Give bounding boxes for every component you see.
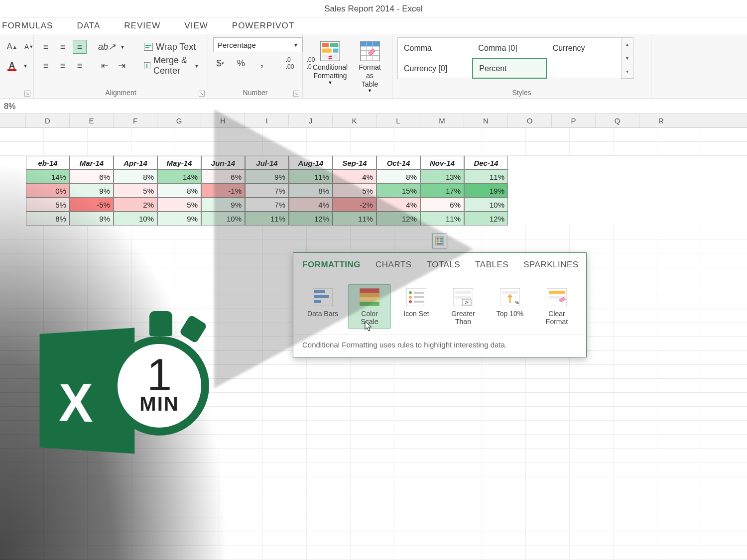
data-cell[interactable]: 11% — [245, 212, 289, 225]
percent-format-button[interactable]: % — [234, 56, 248, 70]
styles-scroll-down[interactable]: ▼ — [622, 51, 633, 65]
data-cell[interactable]: 5% — [157, 198, 201, 212]
data-cell[interactable]: 4% — [289, 198, 333, 212]
data-cell[interactable]: 12% — [289, 212, 333, 225]
data-cell[interactable]: 4% — [333, 170, 376, 184]
data-cell[interactable]: 6% — [420, 198, 464, 212]
align-right-button[interactable]: ≡ — [73, 59, 87, 73]
column-headers[interactable]: DEFGHIJKLMNOPQR — [0, 114, 747, 128]
data-cell[interactable]: 8% — [26, 212, 70, 225]
tab-view[interactable]: VIEW — [184, 21, 208, 31]
data-cell[interactable]: 9% — [70, 184, 114, 198]
increase-indent-button[interactable]: ⇥ — [115, 59, 128, 73]
data-cell[interactable]: 13% — [420, 170, 464, 184]
data-cell[interactable]: 6% — [201, 170, 245, 184]
data-cell[interactable]: 14% — [26, 170, 70, 184]
data-cell[interactable]: 8% — [157, 184, 201, 198]
data-cell[interactable]: 19% — [464, 184, 508, 198]
align-bottom-button[interactable]: ≡ — [73, 40, 87, 54]
month-header[interactable]: Sep-14 — [333, 156, 376, 170]
data-cell[interactable]: 6% — [70, 170, 114, 184]
font-color-button[interactable]: A — [5, 59, 19, 73]
qa-option-iconset[interactable]: Icon Set — [395, 284, 438, 329]
font-dialog-launcher[interactable] — [24, 91, 30, 97]
data-cell[interactable]: 12% — [376, 212, 420, 225]
data-cell[interactable]: 10% — [464, 198, 508, 212]
data-cell[interactable]: 7% — [245, 184, 289, 198]
qa-tab-formatting[interactable]: FORMATTING — [302, 260, 361, 275]
data-cell[interactable]: -5% — [70, 198, 114, 212]
col-header[interactable]: R — [639, 114, 683, 127]
data-cell[interactable]: 11% — [289, 170, 333, 184]
tab-formulas[interactable]: FORMULAS — [2, 21, 53, 31]
data-cell[interactable]: 8% — [289, 184, 333, 198]
col-header[interactable]: P — [552, 114, 596, 127]
data-cell[interactable]: 9% — [201, 198, 245, 212]
month-header[interactable]: Apr-14 — [114, 156, 157, 170]
style-currency[interactable]: Currency — [547, 38, 621, 58]
col-header[interactable]: F — [114, 114, 157, 127]
align-left-button[interactable]: ≡ — [39, 59, 53, 73]
quick-analysis-button[interactable] — [432, 233, 447, 248]
tab-data[interactable]: DATA — [77, 21, 100, 31]
data-cell[interactable]: 10% — [201, 212, 245, 225]
qa-option-databars[interactable]: Data Bars — [301, 284, 344, 329]
col-header[interactable]: H — [201, 114, 245, 127]
data-cell[interactable]: 0% — [26, 184, 70, 198]
accounting-format-button[interactable]: $ ▾ — [213, 56, 227, 70]
month-header[interactable]: eb-14 — [26, 156, 70, 170]
tab-review[interactable]: REVIEW — [124, 21, 160, 31]
month-header[interactable]: Jul-14 — [245, 156, 289, 170]
qa-option-greater[interactable]: >Greater Than — [442, 284, 485, 329]
data-cell[interactable]: 8% — [376, 170, 420, 184]
decrease-indent-button[interactable]: ⇤ — [98, 59, 112, 73]
orientation-dropdown[interactable]: ▼ — [119, 40, 126, 54]
data-cell[interactable]: 9% — [157, 212, 201, 225]
styles-more[interactable]: ▾ — [622, 65, 633, 79]
style-currency0[interactable]: Currency [0] — [398, 58, 472, 79]
data-cell[interactable]: -1% — [201, 184, 245, 198]
col-header[interactable]: J — [289, 114, 333, 127]
data-cell[interactable]: 14% — [157, 170, 201, 184]
conditional-formatting-button[interactable]: ≠ Conditional Formatting ▼ — [308, 38, 353, 87]
cell-styles-gallery[interactable]: Comma Comma [0] Currency Currency [0] Pe… — [397, 37, 622, 79]
number-format-dropdown[interactable]: Percentage▼ — [213, 37, 303, 52]
qa-tab-charts[interactable]: CHARTS — [375, 260, 412, 275]
wrap-text-button[interactable]: Wrap Text — [140, 40, 199, 54]
style-comma0[interactable]: Comma [0] — [472, 38, 546, 58]
data-cell[interactable]: 5% — [26, 198, 70, 212]
data-cell[interactable]: 11% — [333, 212, 376, 225]
col-header[interactable]: M — [420, 114, 464, 127]
month-header[interactable]: Oct-14 — [376, 156, 420, 170]
alignment-dialog-launcher[interactable] — [199, 91, 205, 97]
data-cell[interactable]: 5% — [333, 184, 376, 198]
style-percent[interactable]: Percent — [472, 58, 546, 79]
month-header[interactable]: Mar-14 — [70, 156, 114, 170]
align-middle-button[interactable]: ≡ — [56, 40, 70, 54]
data-cell[interactable]: 7% — [245, 198, 289, 212]
qa-tab-totals[interactable]: TOTALS — [427, 260, 461, 275]
col-header[interactable]: I — [245, 114, 289, 127]
data-cell[interactable]: 4% — [376, 198, 420, 212]
col-header[interactable]: K — [333, 114, 376, 127]
comma-format-button[interactable]: , — [255, 56, 269, 70]
qa-option-colorscale[interactable]: Color Scale — [348, 284, 391, 329]
qa-option-top10[interactable]: %Top 10% — [489, 284, 531, 329]
month-header[interactable]: Jun-14 — [201, 156, 245, 170]
data-cell[interactable]: 17% — [420, 184, 464, 198]
data-cell[interactable]: 8% — [114, 170, 157, 184]
font-color-dropdown[interactable]: ▼ — [22, 59, 29, 73]
format-as-table-button[interactable]: Format as Table ▼ — [353, 38, 387, 95]
col-header[interactable]: G — [157, 114, 201, 127]
data-cell[interactable]: 10% — [114, 212, 157, 225]
col-header[interactable]: N — [464, 114, 508, 127]
tab-powerpivot[interactable]: POWERPIVOT — [232, 21, 294, 31]
col-header[interactable]: L — [376, 114, 420, 127]
col-header[interactable]: E — [70, 114, 114, 127]
styles-scroll-up[interactable]: ▲ — [622, 38, 633, 51]
data-cell[interactable]: 2% — [114, 198, 157, 212]
qa-tab-sparklines[interactable]: SPARKLINES — [523, 260, 579, 275]
formula-bar[interactable]: 8% — [0, 99, 747, 114]
month-header[interactable]: May-14 — [157, 156, 201, 170]
col-header[interactable]: Q — [596, 114, 639, 127]
